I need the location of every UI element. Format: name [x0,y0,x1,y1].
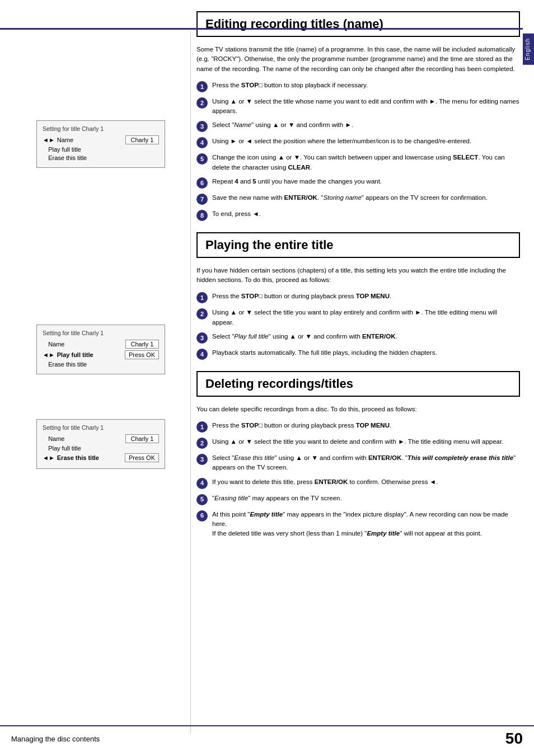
screen2-title: Setting for title Charly 1 [43,330,159,336]
footer-page-number: 50 [505,730,523,748]
step-item: 1 Press the STOP□ button or during playb… [196,292,520,303]
screen3-row1-value: Charly 1 [125,434,159,443]
step-item: 4 If you want to delete this title, pres… [196,477,520,489]
step-item: 4 Using ► or ◄ select the position where… [196,137,520,148]
screen2-row2-label: Play full title [57,351,125,358]
step-text-7: Save the new name with ENTER/OK. "Storin… [212,193,520,203]
step-number-s2-3: 3 [196,332,208,344]
step-item: 5 "Erasing title" may appears on the TV … [196,494,520,505]
screen2-row2-value: Press OK [125,350,159,359]
screen1-row1-value: Charly 1 [125,135,159,144]
screen2-row3-arrow [43,361,46,368]
step-item: 2 Using ▲ or ▼ select the title you want… [196,308,520,327]
step-number-s3-1: 1 [196,421,208,433]
screen1-row2-arrow [43,146,46,153]
step-number-s3-6: 6 [196,510,208,522]
step-number-1: 1 [196,81,208,92]
screen3-row3: ◄► Erase this title Press OK [43,453,159,462]
step-number-5: 5 [196,153,208,165]
step-item: 8 To end, press ◄. [196,209,520,221]
footer-left-text: Managing the disc contents [11,735,100,743]
step-text-6: Repeat 4 and 5 until you have made the c… [212,177,520,186]
section2-title: Playing the entire title [196,232,520,258]
step-text-s3-1: Press the STOP□ button or during playbac… [212,421,520,430]
step-item: 2 Using ▲ or ▼ select the title whose na… [196,97,520,116]
screen3-row2-arrow [43,445,46,452]
screen2-row2-arrow: ◄► [43,351,55,358]
step-number-s3-5: 5 [196,494,208,505]
step-number-8: 8 [196,210,208,221]
step-item: 3 Select "Name" using ▲ or ▼ and confirm… [196,120,520,132]
step-text-s2-1: Press the STOP□ button or during playbac… [212,292,520,301]
step-text-2: Using ▲ or ▼ select the title whose name… [212,97,520,116]
screen3-row3-value: Press OK [125,453,159,462]
step-text-s3-2: Using ▲ or ▼ select the title you want t… [212,437,520,447]
left-panel: Setting for title Charly 1 ◄► Name Charl… [0,0,190,756]
right-panel: Editing recording titles (name) Some TV … [191,0,534,756]
step-item: 6 At this point "Empty title" may appear… [196,510,520,539]
screen1-row1-arrow: ◄► [43,137,55,143]
screen3-row2-label: Play full title [48,445,159,452]
screen3-title: Setting for title Charly 1 [43,424,159,431]
step-text-5: Change the icon using ▲ or ▼. You can sw… [212,153,520,172]
step-number-s2-2: 2 [196,308,208,320]
screen1-row3: Erase this title [43,154,159,161]
step-number-s3-2: 2 [196,438,208,449]
step-item: 2 Using ▲ or ▼ select the title you want… [196,437,520,449]
step-item: 4 Playback starts automatically. The ful… [196,348,520,360]
section1-steps: 1 Press the STOP□ button to stop playbac… [196,81,520,221]
step-item: 3 Select "Play full title" using ▲ or ▼ … [196,332,520,344]
section2-intro: If you have hidden certain sections (cha… [196,266,520,285]
screen1-title: Setting for title Charly 1 [43,125,159,132]
screen3-row1: Name Charly 1 [43,434,159,443]
step-item: 3 Select "Erase this title" using ▲ or ▼… [196,453,520,473]
language-tab: English [523,34,534,65]
step-item: 5 Change the icon using ▲ or ▼. You can … [196,153,520,172]
step-number-3: 3 [196,121,208,132]
screen3-row2: Play full title [43,445,159,452]
step-text-s2-2: Using ▲ or ▼ select the title you want t… [212,308,520,327]
step-text-s2-4: Playback starts automatically. The full … [212,348,520,358]
step-text-s2-3: Select "Play full title" using ▲ or ▼ an… [212,332,520,341]
step-text-8: To end, press ◄. [212,209,520,219]
screen-mockup-3: Setting for title Charly 1 Name Charly 1… [36,419,165,469]
screen-mockup-1: Setting for title Charly 1 ◄► Name Charl… [36,120,165,168]
screen1-row1-label: Name [57,137,125,143]
screen3-row3-arrow: ◄► [43,454,55,461]
screen2-row3-label: Erase this title [48,361,159,368]
step-number-s2-4: 4 [196,349,208,360]
screen2-row3: Erase this title [43,361,159,368]
step-number-s3-4: 4 [196,478,208,489]
step-number-7: 7 [196,194,208,205]
page-footer: Managing the disc contents 50 [0,725,534,748]
step-item: 1 Press the STOP□ button to stop playbac… [196,81,520,92]
section3-steps: 1 Press the STOP□ button or during playb… [196,421,520,538]
section3-intro: You can delete specific recordings from … [196,405,520,414]
screen-mockup-2: Setting for title Charly 1 Name Charly 1… [36,325,165,374]
step-text-4: Using ► or ◄ select the position where t… [212,137,520,146]
step-number-2: 2 [196,97,208,109]
section1-intro: Some TV stations transmit the title (nam… [196,45,520,74]
step-item: 6 Repeat 4 and 5 until you have made the… [196,177,520,189]
step-text-s3-6: At this point "Empty title" may appears … [212,510,520,539]
screen1-row2: Play full title [43,146,159,153]
screen2-row1-label: Name [48,341,125,348]
screen2-row1-arrow [43,341,46,348]
screen1-row2-label: Play full title [48,146,159,153]
screen1-row1: ◄► Name Charly 1 [43,135,159,144]
screen2-row1-value: Charly 1 [125,340,159,349]
screen1-row3-label: Erase this title [48,154,159,161]
screen3-row1-label: Name [48,435,125,442]
step-number-s2-1: 1 [196,292,208,303]
step-text-s3-3: Select "Erase this title" using ▲ or ▼ a… [212,453,520,473]
screen2-row2: ◄► Play full title Press OK [43,350,159,359]
step-text-1: Press the STOP□ button to stop playback … [212,81,520,90]
step-item: 1 Press the STOP□ button or during playb… [196,421,520,433]
step-number-s3-3: 3 [196,454,208,465]
section2-steps: 1 Press the STOP□ button or during playb… [196,292,520,360]
step-number-4: 4 [196,137,208,148]
screen3-row3-label: Erase this title [57,454,125,461]
step-number-6: 6 [196,177,208,189]
screen1-row3-arrow [43,154,46,161]
screen3-row1-arrow [43,435,46,442]
